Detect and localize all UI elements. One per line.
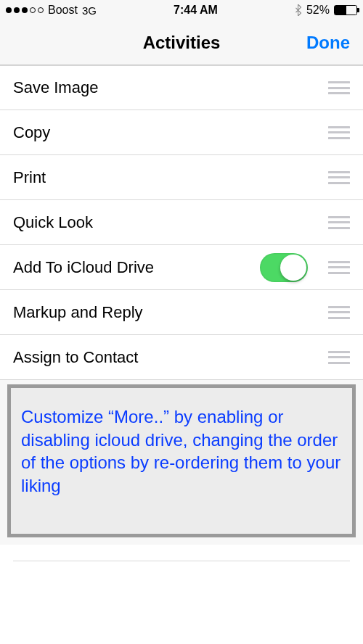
reorder-handle-icon[interactable]: [328, 171, 350, 184]
annotation-wrap: Customize “More..” by enabling or disabl…: [0, 380, 363, 545]
done-button[interactable]: Done: [306, 33, 350, 53]
reorder-handle-icon[interactable]: [328, 306, 350, 319]
bluetooth-icon: [295, 4, 302, 16]
icloud-drive-toggle[interactable]: [260, 253, 308, 282]
network-label: 3G: [82, 4, 97, 17]
status-time: 7:44 AM: [174, 4, 218, 17]
row-label: Add To iCloud Drive: [13, 258, 260, 277]
blank-area: [0, 545, 363, 644]
page-title: Activities: [143, 33, 221, 53]
status-right: 52%: [295, 4, 357, 17]
row-save-image[interactable]: Save Image: [0, 65, 363, 110]
row-assign-to-contact[interactable]: Assign to Contact: [0, 335, 363, 380]
screen: Boost 3G 7:44 AM 52% Activities Done Sav…: [0, 0, 363, 644]
row-label: Save Image: [13, 78, 328, 97]
battery-fill: [335, 6, 346, 15]
nav-bar: Activities Done: [0, 20, 363, 65]
status-bar: Boost 3G 7:44 AM 52%: [0, 0, 363, 20]
annotation-box: Customize “More..” by enabling or disabl…: [7, 384, 356, 537]
battery-percent: 52%: [306, 4, 330, 17]
reorder-handle-icon[interactable]: [328, 261, 350, 274]
carrier-label: Boost: [48, 4, 78, 17]
row-print[interactable]: Print: [0, 155, 363, 200]
row-add-to-icloud-drive[interactable]: Add To iCloud Drive: [0, 245, 363, 290]
annotation-text: Customize “More..” by enabling or disabl…: [21, 405, 342, 498]
reorder-handle-icon[interactable]: [328, 216, 350, 229]
row-copy[interactable]: Copy: [0, 110, 363, 155]
row-label: Copy: [13, 123, 328, 142]
row-label: Assign to Contact: [13, 348, 328, 367]
row-label: Quick Look: [13, 213, 328, 232]
row-label: Markup and Reply: [13, 303, 328, 322]
battery-icon: [334, 5, 357, 15]
reorder-handle-icon[interactable]: [328, 81, 350, 94]
reorder-handle-icon[interactable]: [328, 126, 350, 139]
status-left: Boost 3G: [6, 4, 97, 17]
reorder-handle-icon[interactable]: [328, 351, 350, 364]
row-markup-and-reply[interactable]: Markup and Reply: [0, 290, 363, 335]
signal-strength-icon: [6, 7, 44, 13]
row-quick-look[interactable]: Quick Look: [0, 200, 363, 245]
activities-list: Save Image Copy Print Quick Look Add To: [0, 65, 363, 380]
row-label: Print: [13, 168, 328, 187]
